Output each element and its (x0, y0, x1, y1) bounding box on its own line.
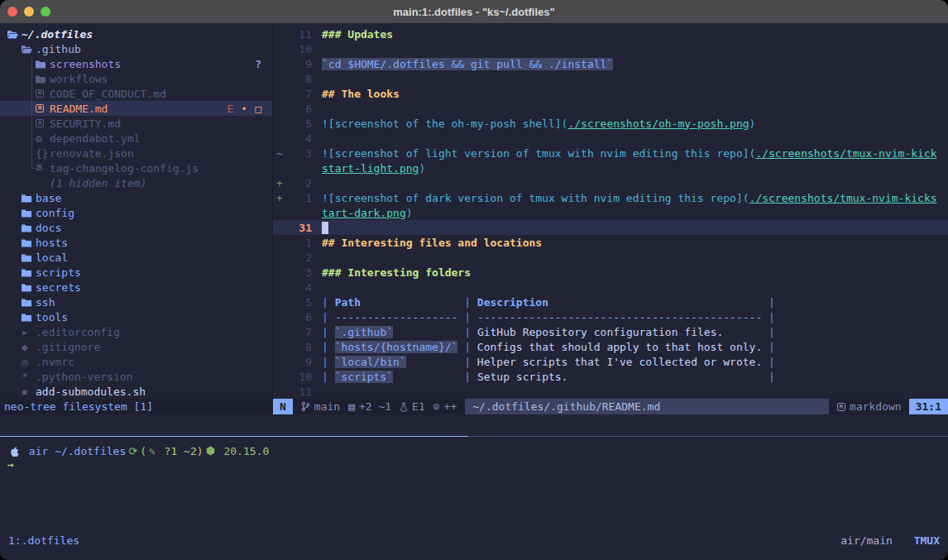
editor-line[interactable]: 2 (273, 250, 948, 265)
status-badge: ? (255, 58, 261, 70)
line-text: ## The looks (312, 88, 400, 100)
tree-item-local[interactable]: local (0, 250, 272, 265)
nvim-workspace: ~/.dotfiles.githubscreenshots?workflowsM… (0, 23, 948, 414)
tree-item-tag-changelog-config-js[interactable]: JStag-changelog-config.js (0, 160, 272, 175)
tree-item-code-of-conduct-md[interactable]: MCODE_OF_CONDUCT.md (0, 86, 272, 101)
neo-tree-statusline: neo-tree filesystem [1] (0, 400, 273, 413)
folder-open-icon (7, 30, 22, 39)
tree-item-screenshots[interactable]: screenshots? (0, 56, 272, 71)
editor-line[interactable]: 1## Interesting files and locations (273, 235, 948, 250)
editor-line[interactable]: start-light.png) (273, 160, 948, 175)
folder-icon (22, 268, 36, 277)
tree-item-label: ssh (36, 296, 55, 309)
editor-line[interactable]: 8 (273, 71, 948, 86)
tree-item-dependabot-yml[interactable]: ⚙dependabot.yml (0, 131, 272, 146)
tree-item-label: add-submodules.sh (36, 385, 146, 398)
tree-item-dotfiles[interactable]: ~/.dotfiles (0, 26, 272, 41)
editor-buffer[interactable]: 11### Updates109`cd $HOME/.dotfiles && g… (273, 23, 948, 399)
apple-icon (10, 446, 20, 457)
editor-line[interactable]: tart-dark.png) (273, 205, 948, 220)
tree-item-1-hidden-item[interactable]: (1 hidden item) (0, 175, 272, 190)
line-number: 10 (287, 371, 312, 383)
line-number: 31 (287, 222, 312, 234)
editor-line[interactable]: 6| ------------------- | ---------------… (273, 309, 948, 324)
tree-item-config[interactable]: config (0, 205, 272, 220)
close-button[interactable] (7, 7, 17, 17)
tree-item-python-version[interactable]: *.python-version (0, 369, 272, 384)
tree-item-scripts[interactable]: scripts (0, 265, 272, 280)
minimize-button[interactable] (24, 7, 34, 17)
tree-item-hosts[interactable]: hosts (0, 235, 272, 250)
tree-item-renovate-json[interactable]: {}renovate.json (0, 146, 272, 160)
traffic-lights (7, 7, 50, 17)
titlebar: main:1:.dotfiles - "ks~/.dotfiles" (0, 0, 948, 23)
editor-line[interactable]: 5| Path | Description | (273, 294, 948, 309)
tree-item-ssh[interactable]: ssh (0, 294, 272, 309)
shell-prompt: air ~/.dotfiles⟳(✎ ?1 ~2) 20.15.0 (7, 443, 269, 458)
tree-item-docs[interactable]: docs (0, 220, 272, 235)
line-text: ![screenshot of light version of tmux wi… (312, 147, 937, 160)
tree-item-tools[interactable]: tools (0, 309, 272, 324)
tree-item-workflows[interactable]: workflows (0, 71, 272, 86)
zoom-button[interactable] (41, 7, 50, 17)
filetype-segment: M markdown (837, 400, 902, 413)
status-badge: E (227, 103, 234, 115)
tree-item-github[interactable]: .github (0, 41, 272, 56)
plugin-status-segment: ⊙ ++ (433, 400, 457, 413)
editor-line[interactable]: 7| `.github` | GitHub Repository configu… (273, 324, 948, 339)
line-number: 1 (287, 192, 312, 204)
folder-icon (36, 60, 50, 69)
editor-line[interactable]: +2 (273, 175, 948, 190)
line-text: ![screenshot of the oh-my-posh shell](./… (312, 117, 755, 130)
tree-item-readme-md[interactable]: MREADME.mdE•□ (0, 101, 272, 116)
diff-stats: +2 ~1 (359, 400, 391, 413)
diff-stats-segment: ▤ +2 ~1 (348, 400, 391, 413)
folder-icon (22, 253, 36, 262)
editor-line[interactable]: ~3![screenshot of light version of tmux … (273, 146, 948, 160)
line-number: 1 (287, 237, 312, 249)
editor-line[interactable]: 5![screenshot of the oh-my-posh shell](.… (273, 116, 948, 131)
line-number: 4 (287, 281, 312, 294)
buffer-icon: ▤ (348, 400, 355, 413)
tree-item-add-submodules-sh[interactable]: ▪add-submodules.sh (0, 384, 272, 399)
status-badge: □ (255, 103, 261, 115)
file-icon: ▸ (22, 326, 36, 338)
editor-line[interactable]: 7## The looks (273, 86, 948, 101)
shell-pane[interactable]: air ~/.dotfiles⟳(✎ ?1 ~2) 20.15.0 → (0, 414, 948, 529)
editor-line[interactable]: 4 (273, 280, 948, 294)
line-text: ## Interesting files and locations (312, 237, 542, 249)
editor-line[interactable]: +1![screenshot of dark version of tmux w… (273, 190, 948, 205)
node-icon (206, 446, 215, 456)
line-number: 3 (287, 147, 312, 160)
tree-item-secrets[interactable]: secrets (0, 280, 272, 294)
cursor-position: 31:1 (909, 399, 948, 414)
statusline: neo-tree filesystem [1] N main ▤ +2 ~1 E… (0, 399, 948, 414)
editor-line[interactable]: 6 (273, 101, 948, 116)
tree-item-security-md[interactable]: MSECURITY.md (0, 116, 272, 131)
editor-line[interactable]: 8| `hosts/{hostname}/` | Configs that sh… (273, 339, 948, 354)
editor-line[interactable]: 9| `local/bin` | Helper scripts that I'v… (273, 354, 948, 369)
editor-line[interactable]: 11 (273, 384, 948, 399)
prompt-arrow: → (7, 458, 14, 471)
tree-item-nvmrc[interactable]: ◎.nvmrc (0, 354, 272, 369)
tree-item-base[interactable]: base (0, 190, 272, 205)
tree-item-label: docs (36, 222, 61, 234)
tree-item-label: secrets (36, 281, 81, 294)
tree-item-gitignore[interactable]: ◆.gitignore (0, 339, 272, 354)
tree-item-editorconfig[interactable]: ▸.editorconfig (0, 324, 272, 339)
editor-line[interactable]: 11### Updates (273, 26, 948, 41)
tmux-pane-border-active[interactable] (0, 436, 468, 437)
pencil-icon: ✎ (149, 445, 156, 457)
editor-line[interactable]: 3### Interesting folders (273, 265, 948, 280)
editor-line[interactable]: 9`cd $HOME/.dotfiles && git pull && ./in… (273, 56, 948, 71)
editor-line[interactable]: 4 (273, 131, 948, 146)
terminal-window: main:1:.dotfiles - "ks~/.dotfiles" ~/.do… (0, 0, 948, 560)
tree-item-label: screenshots (50, 58, 121, 70)
editor-line-current[interactable]: 31 (273, 220, 948, 235)
editor-line[interactable]: 10 (273, 41, 948, 56)
circle-dot-icon: ⊙ (433, 400, 440, 413)
filetype-label: markdown (850, 400, 902, 413)
editor-line[interactable]: 10| `scripts` | Setup scripts. | (273, 369, 948, 384)
plugin-status: ++ (444, 400, 457, 413)
tmux-window-label[interactable]: 1:.dotfiles (8, 534, 79, 547)
